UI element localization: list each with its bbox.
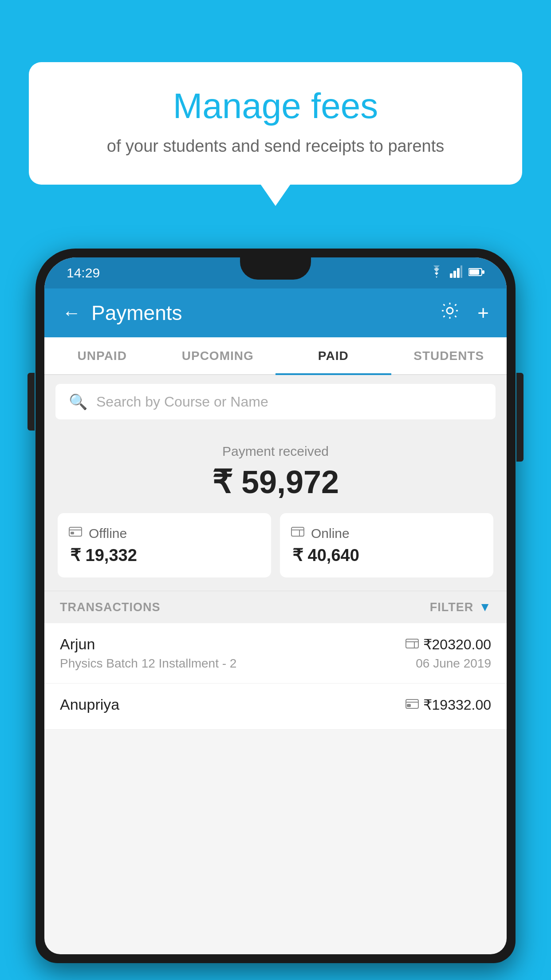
tab-students[interactable]: STUDENTS	[391, 337, 507, 374]
svg-rect-13	[407, 704, 410, 707]
transaction-item[interactable]: Anupriya ₹19332.00	[44, 684, 507, 730]
payment-received-label: Payment received	[58, 444, 493, 459]
svg-rect-5	[469, 269, 479, 275]
svg-point-7	[447, 308, 453, 314]
svg-rect-8	[69, 527, 82, 536]
transaction-list: Arjun ₹20320.00	[44, 623, 507, 730]
offline-label: Offline	[89, 526, 127, 541]
offline-payment-card: Offline ₹ 19,332	[58, 513, 271, 577]
transaction-row-bottom: Physics Batch 12 Installment - 2 06 June…	[60, 656, 491, 671]
search-bar[interactable]: 🔍 Search by Course or Name	[55, 384, 496, 419]
transactions-label: TRANSACTIONS	[60, 601, 161, 614]
phone-container: 14:29	[35, 249, 516, 980]
tab-unpaid[interactable]: UNPAID	[44, 337, 160, 374]
online-card-header: Online	[291, 526, 350, 541]
search-placeholder: Search by Course or Name	[96, 394, 268, 410]
speech-bubble: Manage fees of your students and send re…	[29, 62, 522, 185]
header-title: Payments	[91, 301, 182, 325]
settings-icon[interactable]	[440, 301, 460, 325]
phone-screen: 14:29	[44, 257, 507, 954]
payment-summary: Payment received ₹ 59,972	[44, 428, 507, 591]
transaction-row-top: Anupriya ₹19332.00	[60, 696, 491, 713]
tab-paid[interactable]: PAID	[276, 337, 391, 374]
svg-rect-3	[460, 265, 462, 278]
tabs-container: UNPAID UPCOMING PAID STUDENTS	[44, 337, 507, 375]
add-button[interactable]: +	[477, 302, 489, 324]
speech-bubble-title: Manage fees	[55, 87, 496, 126]
offline-payment-icon	[405, 698, 419, 712]
filter-button[interactable]: FILTER ▼	[430, 600, 491, 614]
offline-icon	[68, 526, 83, 541]
payment-cards: Offline ₹ 19,332	[58, 513, 493, 577]
search-icon: 🔍	[69, 393, 87, 411]
offline-card-header: Offline	[68, 526, 127, 541]
filter-label: FILTER	[430, 601, 473, 614]
battery-icon	[468, 266, 484, 280]
speech-bubble-subtitle: of your students and send receipts to pa…	[55, 134, 496, 158]
svg-rect-6	[482, 270, 484, 274]
transaction-item[interactable]: Arjun ₹20320.00	[44, 623, 507, 684]
svg-rect-9	[71, 532, 74, 534]
svg-rect-0	[450, 273, 453, 278]
transaction-row-top: Arjun ₹20320.00	[60, 636, 491, 653]
status-bar: 14:29	[44, 257, 507, 288]
status-bar-time: 14:29	[67, 265, 100, 281]
search-container: 🔍 Search by Course or Name	[44, 375, 507, 428]
payment-total-amount: ₹ 59,972	[58, 463, 493, 501]
transaction-amount-container: ₹19332.00	[405, 696, 491, 713]
back-button[interactable]: ←	[62, 304, 81, 322]
wifi-icon	[429, 265, 444, 281]
online-label: Online	[311, 526, 350, 541]
phone-frame: 14:29	[35, 249, 516, 963]
transaction-amount: ₹20320.00	[423, 636, 491, 653]
speech-bubble-container: Manage fees of your students and send re…	[29, 62, 522, 185]
notch	[240, 257, 311, 280]
transaction-name: Anupriya	[60, 696, 119, 713]
svg-rect-10	[291, 527, 304, 536]
transaction-amount: ₹19332.00	[423, 696, 491, 713]
status-bar-icons	[429, 265, 484, 281]
online-amount: ₹ 40,640	[291, 545, 359, 565]
header-left: ← Payments	[62, 301, 182, 325]
online-payment-icon	[405, 637, 419, 652]
signal-icon	[450, 265, 462, 281]
app-header: ← Payments +	[44, 288, 507, 337]
online-payment-card: Online ₹ 40,640	[280, 513, 493, 577]
header-right: +	[440, 301, 489, 325]
tab-upcoming[interactable]: UPCOMING	[160, 337, 276, 374]
filter-icon: ▼	[479, 600, 491, 614]
transaction-name: Arjun	[60, 636, 95, 653]
offline-amount: ₹ 19,332	[68, 545, 137, 565]
transaction-date: 06 June 2019	[416, 656, 491, 671]
transactions-header: TRANSACTIONS FILTER ▼	[44, 591, 507, 623]
svg-rect-2	[457, 268, 460, 278]
transaction-amount-container: ₹20320.00	[405, 636, 491, 653]
svg-rect-11	[406, 639, 418, 648]
online-icon	[291, 526, 305, 541]
transaction-description: Physics Batch 12 Installment - 2	[60, 656, 236, 671]
svg-rect-1	[453, 271, 456, 278]
